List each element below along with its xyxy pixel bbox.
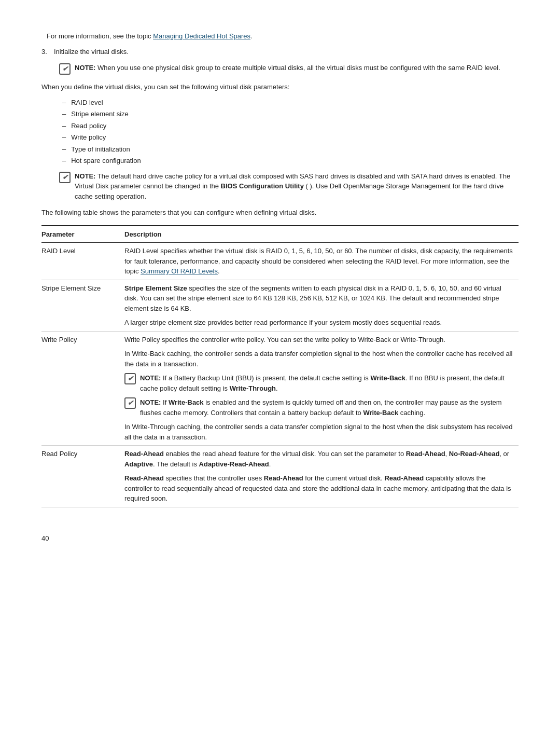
desc-cell: Write Policy specifies the controller wr…	[124, 331, 519, 446]
bullet-item: Stripe element size	[62, 109, 519, 119]
param-cell: Read Policy	[41, 446, 124, 507]
intro-prefix: For more information, see the topic	[47, 32, 153, 40]
intro-line: For more information, see the topic Mana…	[41, 31, 519, 42]
step3-item: 3. Initialize the virtual disks.	[41, 47, 519, 57]
note1-icon: ✔	[59, 63, 71, 75]
step3-label: Initialize the virtual disks.	[54, 47, 129, 57]
page-number: 40	[41, 533, 519, 544]
bullet-item: Read policy	[62, 121, 519, 131]
bullet-item: Type of initialization	[62, 144, 519, 155]
table-header-row: Parameter Description	[41, 226, 519, 243]
param-intro: When you define the virtual disks, you c…	[41, 82, 519, 92]
note1-content: When you use one physical disk group to …	[97, 64, 500, 72]
note2-box: ✔ NOTE: The default hard drive cache pol…	[59, 171, 519, 202]
table-row: Stripe Element SizeStripe Element Size s…	[41, 280, 519, 331]
param-cell: Stripe Element Size	[41, 280, 124, 331]
managing-hot-spares-link[interactable]: Managing Dedicated Hot Spares	[153, 32, 250, 40]
col1-header: Parameter	[41, 226, 124, 243]
bullet-item: Write policy	[62, 132, 519, 143]
note1-text: NOTE: When you use one physical disk gro…	[75, 63, 500, 73]
param-cell: RAID Level	[41, 243, 124, 280]
note2-text: NOTE: The default hard drive cache polic…	[75, 171, 519, 202]
desc-cell: RAID Level specifies whether the virtual…	[124, 243, 519, 280]
bullet-item: RAID level	[62, 98, 519, 108]
note2-icon: ✔	[59, 172, 71, 183]
desc-cell: Read-Ahead enables the read ahead featur…	[124, 446, 519, 507]
bullet-list: RAID levelStripe element sizeRead policy…	[62, 98, 519, 166]
table-row: RAID LevelRAID Level specifies whether t…	[41, 243, 519, 280]
desc-cell: Stripe Element Size specifies the size o…	[124, 280, 519, 331]
params-table: Parameter Description RAID LevelRAID Lev…	[41, 225, 519, 507]
table-row: Write PolicyWrite Policy specifies the c…	[41, 331, 519, 446]
col2-header: Description	[124, 226, 519, 243]
param-cell: Write Policy	[41, 331, 124, 446]
summary-raid-link[interactable]: Summary Of RAID Levels	[141, 267, 218, 275]
table-intro: The following table shows the parameters…	[41, 208, 519, 218]
note1-box: ✔ NOTE: When you use one physical disk g…	[59, 63, 519, 75]
bullet-item: Hot spare configuration	[62, 156, 519, 166]
note1-label: NOTE:	[75, 64, 95, 72]
step3-number: 3.	[41, 47, 54, 57]
table-row: Read PolicyRead-Ahead enables the read a…	[41, 446, 519, 507]
